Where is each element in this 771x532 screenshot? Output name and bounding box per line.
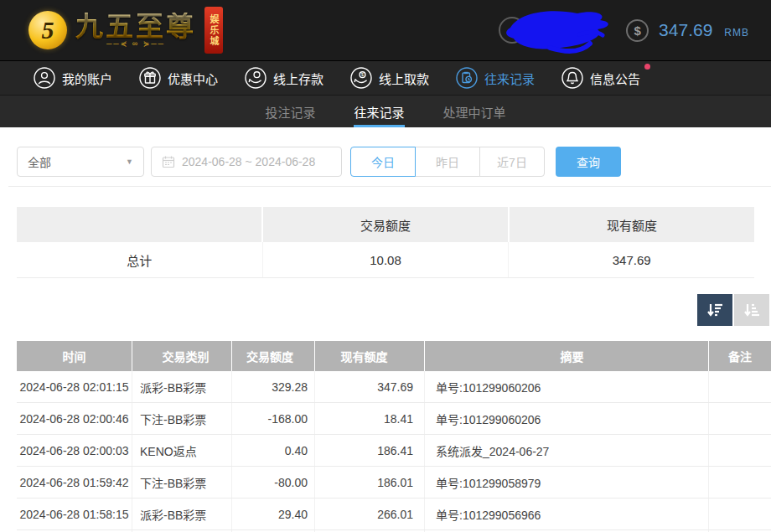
nav-item-deposit[interactable]: 线上存款: [245, 67, 323, 89]
brand-name: 九五至尊: [75, 13, 196, 42]
cell-type: KENO返点: [132, 435, 231, 466]
table-row: 2024-06-28 02:01:15 派彩-BB彩票 329.28 347.6…: [17, 371, 771, 403]
type-filter-select[interactable]: 全部 ▼: [17, 147, 144, 177]
nav-label: 线上取款: [379, 70, 429, 87]
cell-type: 下注-BB彩票: [132, 403, 231, 434]
summary-transaction-total: 10.08: [262, 242, 509, 277]
tab-betting-records[interactable]: 投注记录: [265, 96, 315, 127]
col-header-type: 交易类别: [132, 341, 231, 371]
top-header: 5 九五至尊 ──⋞ ∞ ⋟── 娱乐城 $ 347.69 RMB: [0, 0, 771, 61]
record-tabs: 投注记录 往来记录 处理中订单: [0, 95, 771, 127]
cell-balance: 186.41: [314, 435, 424, 466]
col-header-balance: 现有额度: [314, 341, 424, 371]
nav-item-promotions[interactable]: 优惠中心: [139, 67, 218, 89]
col-header-amount: 交易额度: [231, 341, 314, 371]
gift-icon: [139, 67, 161, 89]
today-button[interactable]: 今日: [350, 147, 416, 177]
search-button[interactable]: 查询: [556, 147, 621, 177]
summary-header-balance: 现有额度: [508, 207, 754, 242]
table-row: 2024-06-28 01:58:15 派彩-BB彩票 29.40 266.01…: [17, 498, 771, 530]
calendar-icon: [162, 155, 175, 168]
last7days-button[interactable]: 近7日: [479, 147, 545, 177]
cell-time: 2024-06-28 01:59:42: [17, 467, 132, 498]
user-icon: [34, 67, 55, 89]
main-nav: 我的账户 优惠中心 线上存款 $ 线上取款: [0, 61, 771, 95]
withdraw-icon: $: [350, 67, 372, 89]
balance-area: $ 347.69 RMB: [499, 6, 749, 54]
redaction-scribble: [504, 6, 614, 54]
summary-header-empty: [17, 207, 261, 242]
col-header-note: 备注: [708, 341, 771, 371]
cell-amount: -80.00: [231, 467, 314, 498]
cell-balance: 266.01: [314, 498, 424, 529]
summary-header-transaction: 交易额度: [261, 207, 508, 242]
cell-type: 下注-BB彩票: [132, 467, 231, 498]
summary-total-label: 总计: [17, 242, 262, 277]
cell-note: [708, 371, 771, 402]
balance-currency: RMB: [724, 22, 749, 39]
redacted-username: [499, 6, 616, 54]
col-header-summary: 摘要: [424, 341, 708, 371]
tab-pending-orders[interactable]: 处理中订单: [443, 96, 506, 127]
cell-type: 派彩-BB彩票: [132, 371, 231, 402]
nav-label: 线上存款: [273, 70, 323, 87]
quick-range-group: 今日 昨日 近7日: [350, 147, 545, 177]
cell-time: 2024-06-28 02:00:03: [17, 435, 132, 466]
cell-balance: 186.01: [314, 467, 424, 498]
cell-summary: 单号:101299058979: [424, 467, 708, 498]
nav-label: 信息公告: [590, 70, 640, 87]
sort-controls: [0, 294, 769, 326]
cell-amount: 329.28: [231, 371, 314, 402]
table-row: 2024-06-28 01:59:42 下注-BB彩票 -80.00 186.0…: [17, 467, 771, 498]
type-filter-value: 全部: [28, 153, 51, 170]
cell-amount: 29.40: [231, 498, 314, 529]
cell-amount: 0.40: [231, 435, 314, 466]
section-divider: [8, 186, 771, 187]
nav-item-announcements[interactable]: 信息公告: [561, 67, 640, 89]
cell-summary: 系统派发_2024-06-27: [424, 435, 708, 466]
bell-icon: [561, 67, 583, 89]
logo-monogram: 5: [42, 18, 54, 43]
cell-balance: 347.69: [314, 371, 424, 402]
records-table: 时间 交易类别 交易额度 现有额度 摘要 备注 2024-06-28 02:01…: [17, 341, 771, 532]
cell-summary: 单号:101299060206: [424, 371, 708, 402]
cell-type: 派彩-BB彩票: [132, 498, 231, 529]
nav-label: 往来记录: [484, 70, 535, 87]
cell-summary: 单号:101299056966: [424, 498, 708, 529]
cell-balance: 18.41: [314, 403, 424, 434]
transaction-records-page: 5 九五至尊 ──⋞ ∞ ⋟── 娱乐城 $ 347.69 RMB: [0, 0, 771, 532]
table-row: 2024-06-28 02:00:03 KENO返点 0.40 186.41 系…: [17, 435, 771, 467]
site-logo[interactable]: 5 九五至尊 ──⋞ ∞ ⋟── 娱乐城: [28, 7, 223, 54]
nav-label: 我的账户: [62, 70, 112, 87]
sort-descending-button[interactable]: [697, 294, 732, 326]
currency-dollar-icon: $: [626, 19, 649, 42]
nav-label: 优惠中心: [168, 70, 218, 87]
summary-total-row: 总计 10.08 347.69: [17, 242, 754, 278]
sort-ascending-icon: [743, 301, 761, 319]
deposit-icon: [245, 67, 266, 89]
yesterday-button[interactable]: 昨日: [415, 147, 480, 177]
logo-monogram-icon: 5: [28, 11, 67, 49]
summary-header-row: 交易额度 现有额度: [17, 207, 754, 242]
cell-summary: 单号:101299060206: [424, 403, 708, 434]
nav-item-withdraw[interactable]: $ 线上取款: [350, 67, 429, 89]
date-range-value: 2024-06-28 ~ 2024-06-28: [182, 155, 315, 168]
tab-transaction-records[interactable]: 往来记录: [354, 96, 404, 127]
balance-amount: 347.69: [659, 20, 712, 40]
cell-amount: -168.00: [231, 403, 314, 434]
date-range-input[interactable]: 2024-06-28 ~ 2024-06-28: [151, 147, 342, 177]
nav-item-my-account[interactable]: 我的账户: [34, 67, 112, 89]
summary-table: 交易额度 现有额度 总计 10.08 347.69: [17, 207, 754, 278]
records-icon: [456, 67, 478, 89]
nav-item-transaction-records[interactable]: 往来记录: [456, 67, 535, 89]
brand-flourish-decor: ──⋞ ∞ ⋟──: [106, 39, 165, 48]
notification-dot: [644, 64, 650, 70]
filter-bar: 全部 ▼ 2024-06-28 ~ 2024-06-28 今日 昨日 近7日 查…: [0, 127, 771, 183]
col-header-time: 时间: [17, 341, 132, 371]
sort-descending-icon: [706, 301, 724, 319]
cell-note: [708, 403, 771, 434]
summary-current-balance: 347.69: [508, 242, 754, 277]
brand-badge: 娱乐城: [204, 7, 223, 54]
cell-note: [708, 467, 771, 498]
sort-ascending-button[interactable]: [734, 294, 769, 326]
